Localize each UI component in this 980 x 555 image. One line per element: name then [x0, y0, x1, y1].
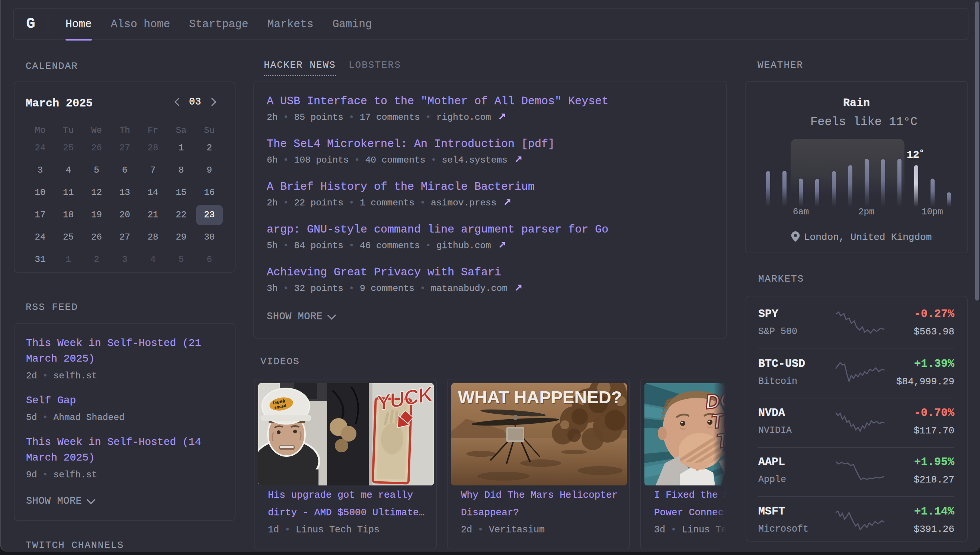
svg-text:WHAT HAPPENED?: WHAT HAPPENED? — [458, 387, 622, 407]
